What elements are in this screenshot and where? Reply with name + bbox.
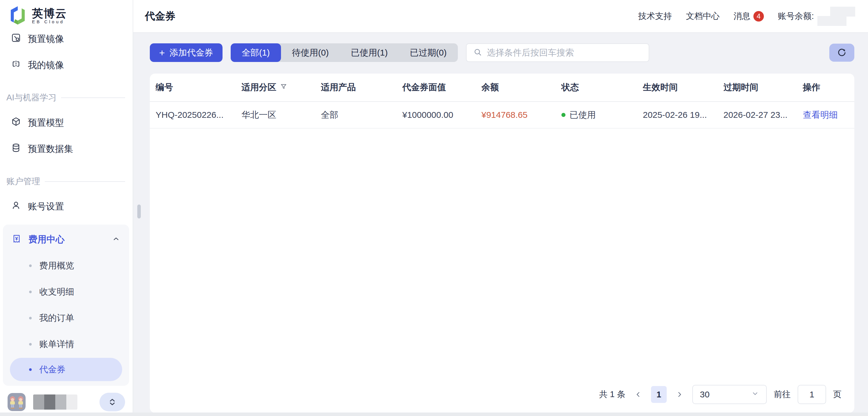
sidebar-item-preset-images[interactable]: 预置镜像 <box>0 31 133 47</box>
sidebar-item-my-images[interactable]: 我的镜像 <box>0 57 133 73</box>
refresh-icon <box>836 47 847 58</box>
sidebar-item-billing-center[interactable]: 费用中心 <box>3 230 129 248</box>
col-product: 适用产品 <box>321 82 402 93</box>
search-box <box>466 43 649 62</box>
page-size-select[interactable]: 30 <box>692 385 767 404</box>
sidebar-item-my-orders[interactable]: 我的订单 <box>3 309 129 327</box>
tab-expired[interactable]: 已过期(0) <box>399 43 458 62</box>
add-voucher-button[interactable]: + 添加代金券 <box>150 43 222 62</box>
chevron-down-icon <box>751 389 759 400</box>
view-details-link[interactable]: 查看明细 <box>803 109 848 121</box>
bottom-edge-band <box>0 413 868 416</box>
section-label: 账户管理 <box>6 176 40 187</box>
status-tab-group: 全部(1) 待使用(0) 已使用(1) 已过期(0) <box>231 43 458 62</box>
bullet-icon <box>29 317 32 320</box>
col-face-value: 代金券面值 <box>402 82 482 93</box>
brand-hexagon-icon <box>9 6 27 26</box>
current-page-button[interactable]: 1 <box>651 386 667 403</box>
brand-logo[interactable]: 英博云 EB Cloud <box>0 0 133 26</box>
search-input[interactable] <box>487 48 642 58</box>
sidebar-item-label: 账单详情 <box>39 338 74 350</box>
sidebar-item-label: 预置镜像 <box>28 33 64 45</box>
sidebar-item-label: 代金券 <box>39 364 65 376</box>
messages-label: 消息 <box>734 10 750 22</box>
voucher-table-card: 编号 适用分区 适用产品 代金券面值 余额 状态 生效时间 过期时间 操作 <box>150 73 854 413</box>
sidebar-item-income-expense[interactable]: 收支明细 <box>3 283 129 301</box>
refresh-button[interactable] <box>829 43 854 62</box>
account-balance: 账号余额: <box>778 6 855 27</box>
col-effective-time: 生效时间 <box>643 82 723 93</box>
sidebar-item-preset-models[interactable]: 预置模型 <box>0 115 133 131</box>
cell-product: 全部 <box>321 109 402 121</box>
cell-expire-time: 2026-02-27 23... <box>723 110 803 120</box>
goto-page-input[interactable] <box>798 385 826 404</box>
page-size-value: 30 <box>700 389 710 399</box>
database-icon <box>11 143 21 155</box>
billing-center-group: 费用中心 费用概览 收支明细 我的订单 <box>3 225 129 386</box>
sidebar-item-label: 收支明细 <box>39 286 74 298</box>
cell-balance: ¥914768.65 <box>482 110 561 120</box>
bullet-icon <box>29 368 32 371</box>
toolbar: + 添加代金券 全部(1) 待使用(0) 已使用(1) 已过期(0) <box>150 43 854 62</box>
add-voucher-label: 添加代金券 <box>169 47 213 59</box>
receipt-yen-icon <box>12 234 22 245</box>
chevron-up-down-icon <box>107 397 118 407</box>
tech-support-link[interactable]: 技术支持 <box>638 10 672 22</box>
brand-text: 英博云 EB Cloud <box>32 7 67 24</box>
pagination: 共 1 条 1 30 前往 页 <box>150 385 854 413</box>
col-balance: 余额 <box>482 82 561 93</box>
col-expire-time: 过期时间 <box>723 82 803 93</box>
main-area: 代金券 技术支持 文档中心 消息 4 账号余额: + 添加代金券 全部( <box>133 0 868 416</box>
sidebar-nav: 预置镜像 我的镜像 AI与机器学习 <box>0 26 133 386</box>
plus-icon: + <box>159 48 165 57</box>
sidebar-item-label: 预置模型 <box>28 117 64 129</box>
tab-unused[interactable]: 待使用(0) <box>281 43 340 62</box>
tab-used[interactable]: 已使用(1) <box>340 43 399 62</box>
username-redacted <box>33 394 78 410</box>
bullet-icon <box>29 264 32 267</box>
messages-count-badge: 4 <box>753 11 764 22</box>
filter-icon[interactable] <box>280 83 287 92</box>
col-zone: 适用分区 <box>242 82 321 93</box>
docs-center-link[interactable]: 文档中心 <box>686 10 720 22</box>
col-status: 状态 <box>561 82 643 93</box>
cell-status: 已使用 <box>561 109 643 121</box>
sidebar-item-preset-datasets[interactable]: 预置数据集 <box>0 141 133 157</box>
top-header: 代金券 技术支持 文档中心 消息 4 账号余额: <box>133 0 868 33</box>
account-switcher-button[interactable] <box>99 393 125 411</box>
balance-value-redacted <box>817 6 855 27</box>
header-right: 技术支持 文档中心 消息 4 账号余额: <box>638 6 855 27</box>
messages-link[interactable]: 消息 4 <box>734 10 764 22</box>
sidebar-item-label: 预置数据集 <box>28 143 73 155</box>
cell-effective-time: 2025-02-26 19... <box>643 110 723 120</box>
sidebar-scrollbar[interactable] <box>137 205 141 218</box>
goto-label: 前往 <box>774 389 790 400</box>
app-root: 英博云 EB Cloud 预置镜像 <box>0 0 868 416</box>
tab-all[interactable]: 全部(1) <box>231 43 281 62</box>
sidebar-item-vouchers[interactable]: 代金券 <box>10 358 122 381</box>
status-dot-icon <box>561 113 565 117</box>
balance-label: 账号余额: <box>778 10 814 22</box>
cell-voucher-id: YHQ-20250226... <box>156 110 242 120</box>
bullet-icon <box>29 343 32 346</box>
section-label: AI与机器学习 <box>6 92 56 103</box>
cell-face-value: ¥1000000.00 <box>402 110 482 120</box>
sidebar-item-cost-overview[interactable]: 费用概览 <box>3 257 129 275</box>
page-title: 代金券 <box>145 9 176 23</box>
section-divider <box>61 97 125 98</box>
chevron-up-icon[interactable] <box>112 235 120 244</box>
preset-image-icon <box>11 33 21 45</box>
next-page-button[interactable] <box>674 386 685 403</box>
avatar[interactable] <box>7 393 26 411</box>
sidebar-section-ai: AI与机器学习 <box>0 92 133 103</box>
col-zone-label: 适用分区 <box>242 82 276 93</box>
table-header-row: 编号 适用分区 适用产品 代金券面值 余额 状态 生效时间 过期时间 操作 <box>150 73 854 102</box>
section-divider <box>45 181 125 182</box>
prev-page-button[interactable] <box>632 386 644 403</box>
sidebar-item-account-settings[interactable]: 账号设置 <box>0 199 133 215</box>
sidebar: 英博云 EB Cloud 预置镜像 <box>0 0 133 416</box>
bullet-icon <box>29 291 32 293</box>
col-id: 编号 <box>156 82 242 93</box>
sidebar-item-bill-details[interactable]: 账单详情 <box>3 335 129 353</box>
brand-subtitle: EB Cloud <box>32 19 67 24</box>
